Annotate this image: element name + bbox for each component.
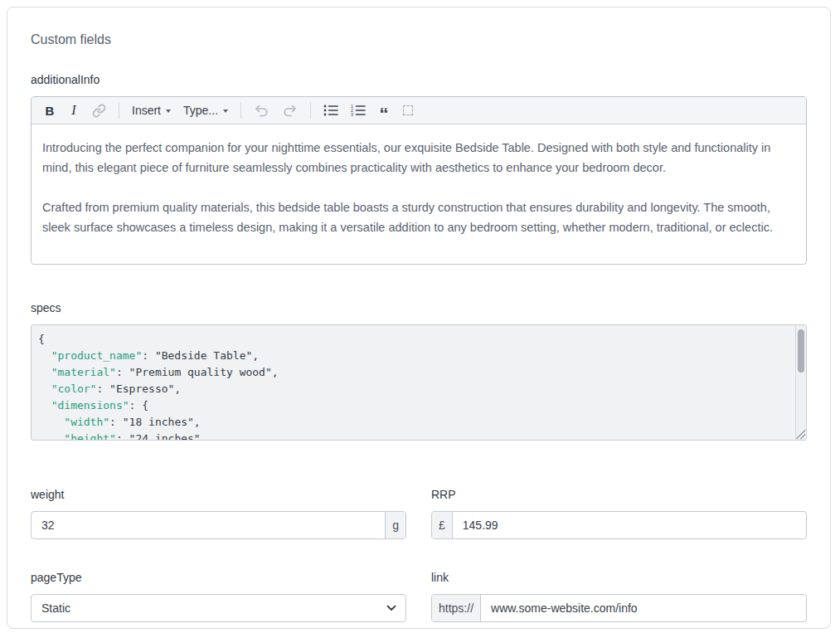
bullet-list-icon — [323, 105, 338, 116]
weight-input[interactable] — [32, 512, 385, 538]
toolbar-divider — [119, 102, 119, 119]
page-type-select-wrap: Static — [31, 594, 406, 622]
blockquote-button[interactable]: “ — [378, 100, 390, 120]
weight-field: weight g — [31, 488, 406, 539]
toolbar-divider — [310, 102, 311, 119]
resize-handle-icon[interactable] — [796, 430, 805, 439]
type-dropdown[interactable]: Type... — [183, 100, 228, 120]
link-field: link https:// — [431, 571, 807, 622]
page-type-label: pageType — [31, 571, 406, 585]
specs-scrollbar[interactable] — [795, 325, 806, 440]
undo-icon — [254, 104, 269, 117]
code-block-button[interactable] — [402, 100, 414, 120]
additional-info-label: additionalInfo — [31, 73, 807, 87]
italic-button[interactable]: I — [68, 100, 80, 120]
fields-grid: weight g RRP £ pageType Static — [31, 488, 807, 622]
link-label: link — [431, 571, 807, 585]
custom-fields-card: Custom fields additionalInfo B I Insert — [7, 7, 831, 629]
insert-dropdown-label: Insert — [132, 104, 161, 117]
link-input[interactable] — [481, 595, 806, 621]
redo-button[interactable] — [282, 100, 298, 120]
scrollbar-thumb[interactable] — [798, 329, 804, 373]
rich-text-editor: B I Insert Type... — [31, 96, 807, 265]
type-dropdown-label: Type... — [183, 104, 218, 117]
additional-info-field: additionalInfo B I Insert Type... — [31, 73, 807, 265]
editor-paragraph: Crafted from premium quality materials, … — [42, 197, 794, 237]
bullet-list-button[interactable] — [323, 100, 338, 120]
editor-toolbar: B I Insert Type... — [32, 97, 806, 124]
link-button[interactable] — [92, 100, 106, 120]
rrp-field: RRP £ — [431, 488, 807, 539]
rrp-input-group: £ — [431, 511, 807, 539]
weight-label: weight — [31, 488, 406, 502]
currency-addon: £ — [432, 512, 453, 538]
weight-input-group: g — [31, 511, 406, 539]
caret-down-icon — [166, 110, 171, 113]
specs-json-code: { "product_name": "Bedside Table", "mate… — [32, 325, 806, 441]
toolbar-divider — [240, 102, 241, 119]
specs-label: specs — [31, 301, 807, 315]
page-type-field: pageType Static — [31, 571, 406, 622]
svg-text:3: 3 — [351, 112, 353, 116]
editor-content[interactable]: Introducing the perfect companion for yo… — [32, 124, 806, 264]
page-type-select[interactable]: Static — [31, 594, 406, 622]
numbered-list-button[interactable]: 123 — [351, 100, 366, 120]
specs-field: specs { "product_name": "Bedside Table",… — [31, 301, 807, 441]
link-icon — [92, 104, 106, 118]
editor-paragraph: Introducing the perfect companion for yo… — [42, 138, 794, 178]
page-title: Custom fields — [31, 32, 807, 47]
numbered-list-icon: 123 — [351, 105, 366, 116]
weight-unit-addon: g — [385, 512, 405, 538]
rrp-input[interactable] — [453, 512, 806, 538]
specs-code-editor[interactable]: { "product_name": "Bedside Table", "mate… — [31, 324, 807, 441]
protocol-addon: https:// — [432, 595, 481, 621]
undo-button[interactable] — [254, 100, 269, 120]
link-input-group: https:// — [431, 594, 807, 622]
dashed-square-icon — [403, 105, 413, 115]
caret-down-icon — [223, 110, 228, 113]
redo-icon — [282, 104, 298, 117]
insert-dropdown[interactable]: Insert — [132, 100, 171, 120]
rrp-label: RRP — [431, 488, 807, 502]
bold-button[interactable]: B — [44, 100, 56, 120]
